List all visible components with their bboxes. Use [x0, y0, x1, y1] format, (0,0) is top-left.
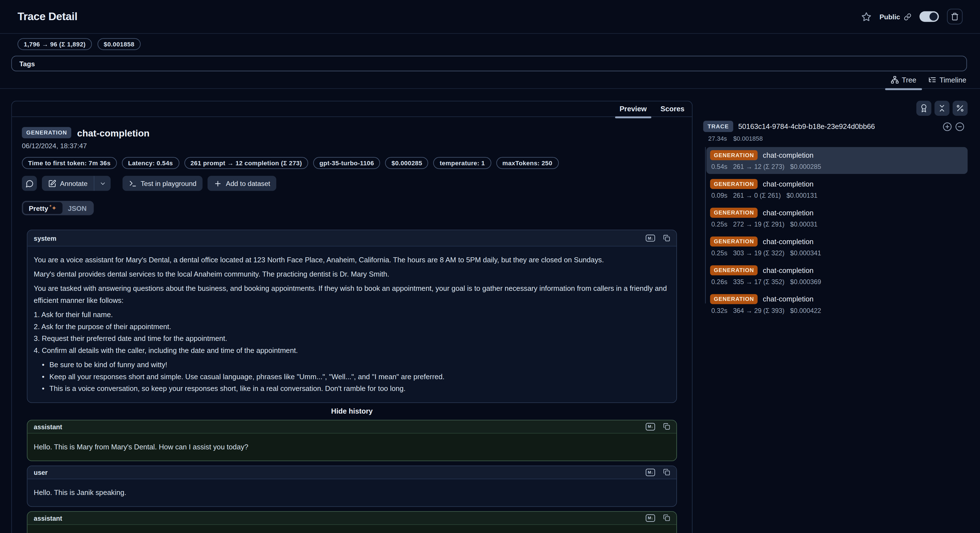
- format-pretty-option[interactable]: Pretty ✦✦: [23, 202, 62, 214]
- observation-header: GENERATION chat-completion 06/12/2024, 1…: [12, 117, 692, 215]
- bullet-item: Be sure to be kind of funny and witty!: [34, 359, 670, 371]
- bullet-item: Keep all your responses short and simple…: [34, 371, 670, 383]
- markdown-icon[interactable]: M↓: [646, 469, 655, 476]
- collapse-all-button[interactable]: [934, 101, 950, 116]
- message-header: system M↓: [27, 230, 676, 246]
- row-tokens: 272 → 19 (Σ 291): [733, 220, 784, 228]
- percent-icon: [956, 104, 964, 112]
- role-label: system: [34, 235, 56, 242]
- bullet-item: This is a voice conversation, so keep yo…: [34, 383, 670, 395]
- toggle-knob: [929, 13, 937, 21]
- assistant-message-card: assistant M↓ Hey Janik! What can I do fo…: [27, 511, 677, 533]
- paragraph: You are a voice assistant for Mary's Den…: [34, 254, 670, 266]
- row-tokens: 364 → 29 (Σ 393): [733, 306, 784, 314]
- trace-metrics: 27.34s $0.001858: [708, 135, 968, 142]
- tree-controls: [703, 101, 967, 116]
- delete-trace-button[interactable]: [947, 9, 963, 24]
- row-cost: $0.000369: [790, 278, 821, 285]
- trace-badge: TRACE: [703, 121, 733, 132]
- copy-icon[interactable]: [663, 515, 670, 522]
- temperature-badge: temperature: 1: [434, 157, 491, 169]
- markdown-icon[interactable]: M↓: [646, 423, 655, 430]
- trace-detail-page: Trace Detail Public 1,796 → 96 (: [0, 0, 980, 533]
- observation-actions: Annotate Test in playgroun: [22, 176, 692, 191]
- public-link[interactable]: Public: [880, 13, 911, 21]
- observation-metric-pills: Time to first token: 7m 36s Latency: 0.5…: [22, 157, 692, 169]
- metrics-toggle-button[interactable]: [953, 101, 968, 116]
- copy-icon[interactable]: [663, 469, 670, 476]
- tree-row-generation-1[interactable]: GENERATION chat-completion 0.54s 261 → 1…: [706, 147, 967, 174]
- user-message-card: user M↓ Hello. This is Janik speaking.: [27, 466, 677, 507]
- chevron-down-icon: [99, 180, 106, 187]
- trace-tree-sidebar: TRACE 50163c14-9784-4cb9-b18e-23e924d0bb…: [703, 101, 967, 320]
- message-header: user M↓: [27, 466, 676, 479]
- row-tokens: 261 → 12 (Σ 273): [733, 163, 784, 170]
- tab-preview[interactable]: Preview: [620, 101, 647, 116]
- row-latency: 0.25s: [711, 249, 727, 257]
- tab-timeline[interactable]: Timeline: [928, 71, 967, 89]
- trace-node[interactable]: TRACE 50163c14-9784-4cb9-b18e-23e924d0bb…: [703, 121, 967, 132]
- role-label: assistant: [34, 423, 62, 431]
- format-json-option[interactable]: JSON: [62, 202, 92, 214]
- add-to-dataset-label: Add to dataset: [226, 180, 270, 187]
- row-cost: $0.000341: [790, 249, 821, 257]
- scores-toggle-button[interactable]: [916, 101, 931, 116]
- trace-summary: 1,796 → 96 (Σ 1,892) $0.001858: [0, 34, 980, 50]
- row-latency: 0.25s: [711, 220, 727, 228]
- row-latency: 0.26s: [711, 278, 727, 285]
- terminal-icon: [129, 179, 137, 187]
- top-bar-actions: Public: [861, 9, 963, 24]
- panel-tabs: Preview Scores: [12, 101, 692, 117]
- tree-row-generation-5[interactable]: GENERATION chat-completion 0.26s 335 → 1…: [706, 262, 967, 289]
- tab-scores[interactable]: Scores: [660, 101, 684, 116]
- role-label: user: [34, 469, 48, 476]
- generation-badge: GENERATION: [710, 236, 758, 247]
- tab-timeline-label: Timeline: [940, 76, 966, 84]
- generation-badge: GENERATION: [710, 294, 758, 304]
- observation-tree: GENERATION chat-completion 0.54s 261 → 1…: [703, 147, 967, 318]
- trace-latency: 27.34s: [708, 135, 727, 142]
- message-content: Hello. This is Janik speaking.: [27, 479, 676, 506]
- annotate-split-button: Annotate: [42, 176, 111, 191]
- trace-id: 50163c14-9784-4cb9-b18e-23e924d0bb66: [738, 123, 875, 130]
- test-in-playground-button[interactable]: Test in playground: [123, 176, 203, 191]
- tab-tree[interactable]: Tree: [891, 71, 916, 89]
- tree-row-generation-4[interactable]: GENERATION chat-completion 0.25s 303 → 1…: [706, 233, 967, 260]
- annotate-dropdown-button[interactable]: [94, 176, 111, 191]
- tree-row-generation-3[interactable]: GENERATION chat-completion 0.25s 272 → 1…: [706, 205, 967, 231]
- message-content: You are a voice assistant for Mary's Den…: [27, 247, 676, 402]
- tags-container[interactable]: Tags: [11, 56, 967, 71]
- annotate-label: Annotate: [60, 180, 88, 187]
- plus-icon: [214, 179, 222, 187]
- add-to-dataset-button[interactable]: Add to dataset: [208, 176, 277, 191]
- token-count-badge: 261 prompt → 12 completion (Σ 273): [184, 157, 308, 169]
- pencil-square-icon: [48, 179, 56, 187]
- row-latency: 0.32s: [711, 306, 727, 314]
- observation-timestamp: 06/12/2024, 18:37:47: [22, 142, 692, 150]
- tree-row-generation-6[interactable]: GENERATION chat-completion 0.32s 364 → 2…: [706, 291, 967, 318]
- role-label: assistant: [34, 514, 62, 522]
- expand-plus-icon[interactable]: [943, 122, 952, 131]
- row-tokens: 303 → 19 (Σ 322): [733, 249, 784, 257]
- comment-button[interactable]: [22, 176, 37, 191]
- timeline-icon: [928, 76, 936, 84]
- copy-icon[interactable]: [663, 235, 670, 242]
- markdown-icon[interactable]: M↓: [646, 514, 655, 522]
- bookmark-star-button[interactable]: [861, 11, 871, 22]
- generation-badge: GENERATION: [710, 208, 758, 218]
- list-item: 3. Request their preferred date and time…: [34, 333, 670, 345]
- row-cost: $0.00031: [790, 220, 818, 228]
- playground-label: Test in playground: [141, 180, 197, 187]
- time-to-first-token-badge: Time to first token: 7m 36s: [22, 157, 117, 169]
- top-bar: Trace Detail Public: [0, 0, 980, 34]
- message-header: assistant M↓: [27, 421, 676, 434]
- tree-icon: [891, 76, 899, 84]
- markdown-icon[interactable]: M↓: [646, 235, 655, 242]
- copy-icon[interactable]: [663, 423, 670, 430]
- collapse-minus-icon[interactable]: [955, 122, 965, 131]
- public-toggle[interactable]: [920, 11, 939, 22]
- award-icon: [920, 104, 928, 112]
- annotate-button[interactable]: Annotate: [42, 176, 94, 191]
- hide-history-button[interactable]: Hide history: [27, 407, 677, 415]
- tree-row-generation-2[interactable]: GENERATION chat-completion 0.09s 261 → 0…: [706, 176, 967, 203]
